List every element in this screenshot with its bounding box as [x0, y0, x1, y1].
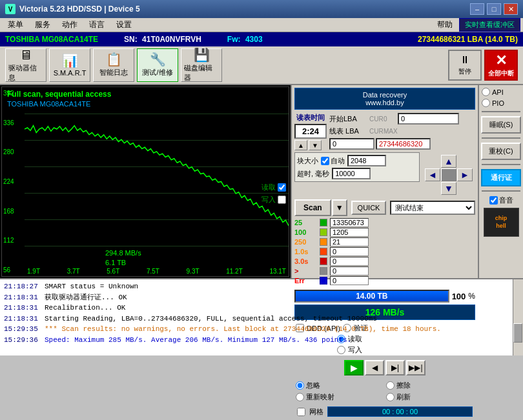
nav-up-button[interactable]: ▲: [441, 155, 456, 168]
maximize-button[interactable]: □: [487, 3, 501, 15]
scan-quick-row: Scan ▼ QUICK 测试结束: [294, 199, 475, 216]
counter-label-3s: 3.0s: [294, 257, 317, 265]
graph-subtitle: TOSHIBA MG08ACA14TE: [7, 100, 90, 108]
counter-box-25: [320, 219, 327, 226]
timeout-input[interactable]: [332, 168, 371, 179]
menubar: 菜单 服务 动作 语言 设置 帮助 实时查看缓冲区: [0, 18, 523, 32]
counter-label-100: 100: [294, 228, 317, 236]
remap-radio[interactable]: [296, 393, 304, 401]
end-lba-input[interactable]: [329, 138, 374, 150]
driver-info-label: 驱动器信息: [8, 63, 43, 83]
timer-down-button[interactable]: ▼: [309, 140, 322, 150]
recalibrate-button[interactable]: 重校(C): [481, 143, 521, 160]
log-button[interactable]: 📋 智能日志: [93, 48, 134, 82]
stop-icon: ✕: [495, 52, 507, 69]
counter-row-100ms: 100 1205: [294, 228, 475, 237]
timer-up-button[interactable]: ▲: [294, 140, 307, 150]
separator-2: [482, 137, 520, 139]
quick-button[interactable]: QUICK: [351, 201, 387, 215]
pio-radio[interactable]: [482, 99, 490, 107]
counter-row-25ms: 25 13350673: [294, 218, 475, 227]
step-forward-button[interactable]: ▶|: [385, 360, 405, 375]
log-message: Starting Reading, LBA=0..27344686320, FU…: [45, 314, 509, 325]
write-checkbox[interactable]: [278, 195, 286, 204]
nav-right-button[interactable]: ►: [457, 168, 473, 181]
block-size-input[interactable]: [347, 155, 386, 166]
log-message: Speed: Maximum 285 MB/s. Average 206 MB/…: [45, 335, 509, 346]
nav-left-button[interactable]: ◄: [425, 168, 440, 181]
counter-label-25: 25: [294, 219, 317, 226]
menu-item-help[interactable]: 帮助: [432, 18, 458, 32]
nav-center-button[interactable]: [441, 168, 456, 181]
sound-label: 音音: [499, 195, 513, 205]
scroll-track: [513, 279, 522, 355]
auto-checkbox[interactable]: [321, 157, 329, 165]
ignore-row: 忽略: [296, 381, 384, 390]
test-button[interactable]: 🔧 测试/维修: [137, 48, 178, 82]
menu-item-file[interactable]: 菜单: [3, 18, 28, 32]
scan-button[interactable]: Scan: [294, 199, 331, 216]
window-title: Victoria 5.23 HDD/SSD | Device 5: [19, 5, 140, 14]
refresh-radio[interactable]: [386, 393, 395, 401]
graph-title: Full scan, sequential access: [7, 90, 111, 99]
menu-item-language[interactable]: 语言: [84, 18, 110, 32]
remap-row: 重新映射: [296, 392, 384, 402]
menu-item-action[interactable]: 动作: [57, 18, 83, 32]
minimize-button[interactable]: –: [470, 3, 484, 15]
sound-checkbox[interactable]: [489, 196, 498, 205]
driver-info-icon: 🖥: [19, 48, 32, 61]
play-button[interactable]: ▶: [344, 360, 364, 375]
log-timestamp: 21:18:27: [4, 281, 39, 292]
log-line: 21:18:31Recalibration... OK: [4, 303, 509, 314]
counter-row-1s: 1.0s 0: [294, 247, 475, 256]
pause-button[interactable]: ⏸ 暂停: [448, 50, 482, 81]
refresh-label: 刷新: [396, 392, 411, 402]
app-icon: V: [5, 4, 15, 14]
erase-radio[interactable]: [386, 381, 395, 390]
stop-button[interactable]: ✕ 全部中断: [484, 50, 518, 81]
nav-arrows-container: ▲ ◄ ► ▼: [422, 152, 475, 197]
start-lba-cur-label: CUR: [369, 115, 382, 123]
counter-val-1s: 0: [330, 247, 369, 256]
test-result-select[interactable]: 测试结束: [390, 201, 475, 215]
start-lba-cur-val: 0: [384, 115, 396, 123]
driver-info-button[interactable]: 🖥 驱动器信息: [5, 48, 46, 82]
nav-arrows: ▲ ◄ ► ▼: [425, 155, 473, 195]
fast-forward-button[interactable]: ▶▶|: [406, 360, 426, 375]
editor-button[interactable]: 💾 磁盘编辑器: [181, 48, 222, 82]
api-radio[interactable]: [482, 88, 490, 96]
controls-row: 读表时间 2:24 ▲ ▼ 开始LBA CUR 0 线表 LBA CUR: [294, 113, 475, 150]
nav-down-button[interactable]: ▼: [441, 182, 456, 195]
log-message: Recalibration... OK: [45, 303, 509, 314]
rewind-button[interactable]: ◀: [365, 360, 384, 375]
log-scrollbar[interactable]: [513, 279, 523, 355]
menu-item-settings[interactable]: 设置: [111, 18, 137, 32]
sleep-button[interactable]: 睡眠(S): [481, 116, 521, 134]
log-timestamp: 21:18:31: [4, 303, 39, 314]
log-line: 21:18:31Starting Reading, LBA=0..2734468…: [4, 314, 509, 325]
drive-sn-value: 41T0A0NVFRVH: [142, 35, 201, 44]
api-pio-section: API PIO: [482, 88, 520, 107]
start-lba-input[interactable]: [398, 113, 459, 125]
ignore-radio[interactable]: [296, 381, 304, 390]
counter-label-1s: 1.0s: [294, 248, 317, 255]
editor-label: 磁盘编辑器: [184, 63, 219, 83]
grid-checkbox[interactable]: [297, 408, 305, 416]
titlebar-controls[interactable]: – □ ✕: [470, 3, 518, 15]
close-button[interactable]: ✕: [504, 3, 518, 15]
end-lba-label: 线表 LBA: [329, 126, 368, 136]
scroll-thumb[interactable]: [513, 323, 522, 343]
write-text: 写入: [262, 195, 276, 205]
read-checkbox[interactable]: [278, 183, 286, 192]
counter-row-gt: > 0: [294, 266, 475, 275]
sound-row: 音音: [489, 195, 513, 205]
counter-row-250ms: 250 21: [294, 237, 475, 246]
menu-item-service[interactable]: 服务: [30, 18, 56, 32]
pass-button[interactable]: 通行证: [481, 169, 521, 186]
drive-fw-value: 4303: [245, 35, 263, 44]
scan-dropdown-button[interactable]: ▼: [332, 199, 347, 216]
counter-label-250: 250: [294, 238, 317, 246]
pause-label: 暂停: [458, 67, 471, 76]
block-section: 块大小 自动 超时, 毫秒: [294, 152, 420, 182]
smart-button[interactable]: 📊 S.M.A.R.T: [49, 48, 90, 82]
